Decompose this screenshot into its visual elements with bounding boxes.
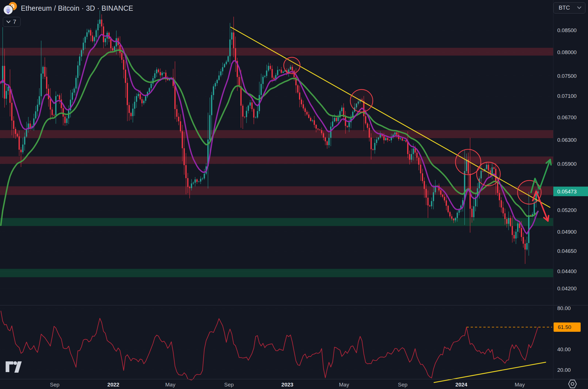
svg-text:0.04200: 0.04200 bbox=[557, 286, 577, 291]
svg-text:0.04400: 0.04400 bbox=[557, 268, 577, 274]
quote-currency-select[interactable]: BTC bbox=[553, 2, 585, 14]
rsi-trendline bbox=[434, 362, 546, 383]
svg-text:0.05200: 0.05200 bbox=[557, 207, 577, 213]
svg-text:0.08000: 0.08000 bbox=[557, 49, 577, 55]
svg-text:May: May bbox=[339, 382, 349, 388]
svg-text:0.08500: 0.08500 bbox=[557, 27, 577, 33]
svg-text:80.00: 80.00 bbox=[557, 305, 571, 311]
svg-text:0.07100: 0.07100 bbox=[557, 93, 577, 99]
chevron-down-icon bbox=[577, 6, 581, 9]
svg-text:2023: 2023 bbox=[281, 382, 293, 388]
rsi-value-label: 61.50 bbox=[554, 322, 581, 332]
highlight-circle bbox=[284, 57, 300, 74]
svg-text:Sep: Sep bbox=[50, 382, 60, 388]
svg-text:May: May bbox=[515, 382, 525, 388]
time-axis[interactable]: Sep2022MaySep2023MaySep2024May bbox=[50, 382, 525, 388]
price-axis[interactable]: 0.085000.080000.075000.071000.067000.063… bbox=[553, 27, 588, 373]
svg-text:40.00: 40.00 bbox=[557, 346, 571, 352]
quote-currency-label: BTC bbox=[559, 5, 570, 11]
svg-text:0.04650: 0.04650 bbox=[557, 248, 577, 254]
svg-text:May: May bbox=[165, 382, 175, 388]
symbol-title[interactable]: Ethereum / Bitcoin · 3D · BINANCE bbox=[21, 4, 133, 12]
indicator-legend-toggle[interactable]: 7 bbox=[3, 17, 21, 27]
pair-logo: ₿ bbox=[2, 1, 18, 15]
svg-text:2022: 2022 bbox=[107, 382, 119, 388]
indicator-count-label: 7 bbox=[13, 18, 16, 25]
svg-text:Sep: Sep bbox=[398, 382, 408, 388]
chevron-down-icon bbox=[6, 21, 10, 23]
price-chart-canvas[interactable]: 0.085000.080000.075000.071000.067000.063… bbox=[0, 0, 588, 389]
svg-text:0.04900: 0.04900 bbox=[557, 229, 577, 235]
symbol-header: ₿ Ethereum / Bitcoin · 3D · BINANCE bbox=[2, 1, 133, 15]
highlight-circle bbox=[350, 89, 373, 112]
svg-text:0.06700: 0.06700 bbox=[557, 114, 577, 120]
svg-text:0.05900: 0.05900 bbox=[557, 161, 577, 167]
chart-window: 0.085000.080000.075000.071000.067000.063… bbox=[0, 0, 588, 389]
svg-text:20.00: 20.00 bbox=[557, 367, 571, 373]
tradingview-logo[interactable] bbox=[5, 361, 23, 374]
svg-text:0.06300: 0.06300 bbox=[557, 137, 577, 143]
svg-text:0.07500: 0.07500 bbox=[557, 73, 577, 79]
svg-text:0.05473: 0.05473 bbox=[557, 189, 577, 194]
svg-text:Sep: Sep bbox=[224, 382, 234, 388]
highlight-circle bbox=[477, 162, 500, 186]
svg-text:2024: 2024 bbox=[455, 382, 468, 388]
last-price-label: 0.05473 bbox=[553, 187, 588, 196]
settings-gear-icon[interactable] bbox=[567, 379, 578, 389]
svg-text:61.50: 61.50 bbox=[558, 324, 571, 330]
